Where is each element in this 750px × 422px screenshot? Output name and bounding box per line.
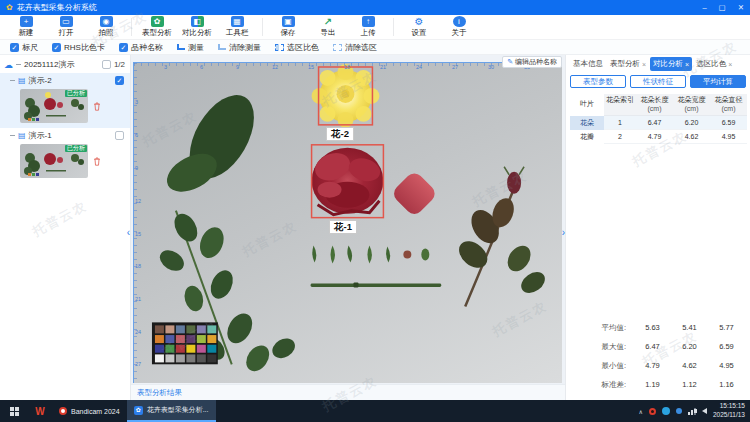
table-cell: 6.20 [673, 116, 710, 130]
stat-value: 1.16 [708, 380, 745, 390]
tab-phenotype-analysis[interactable]: 表型分析 × [607, 57, 649, 71]
maximize-button[interactable]: ▢ [719, 3, 726, 12]
column-header: 花朵索引 [604, 94, 636, 116]
tab-basic-info[interactable]: 基本信息 [570, 57, 606, 71]
average-calc-button[interactable]: 平均计算 [690, 75, 746, 88]
app-logo-icon: ✿ [6, 4, 13, 12]
stat-value: 6.47 [634, 342, 671, 352]
ruler-tick-label: 27 [135, 361, 141, 367]
collapse-toggle-icon[interactable] [16, 64, 21, 65]
trait-features-button[interactable]: 性状特征 [630, 75, 686, 88]
document-icon: ▤ [18, 76, 26, 85]
task-label: Bandicam 2024 [71, 408, 120, 415]
capture-button[interactable]: ◉ 拍照 [86, 16, 126, 38]
list-item[interactable]: ▤ 演示-2 ✓ 已分析 [0, 73, 130, 128]
trash-icon[interactable] [93, 157, 101, 166]
panel-actions: 表型参数 性状特征 平均计算 [566, 72, 750, 90]
list-item[interactable]: ▤ 演示-1 已分析 [0, 128, 130, 183]
window-title: 花卉表型采集分析系统 [17, 2, 97, 13]
region-color-label: 选区比色 [287, 42, 319, 53]
close-button[interactable]: ✕ [738, 3, 744, 12]
tab-close-icon[interactable]: × [642, 61, 646, 68]
folder-checkbox[interactable] [102, 60, 111, 69]
minimize-button[interactable]: – [702, 3, 706, 12]
image-thumbnail[interactable]: 已分析 [20, 144, 88, 178]
taskbar-app-bandicam[interactable]: Bandicam 2024 [52, 400, 127, 422]
tab-close-icon[interactable]: × [728, 61, 732, 68]
trash-icon[interactable] [93, 102, 101, 111]
stat-label: 平均值: [570, 323, 634, 333]
compare-analysis-button[interactable]: ◧ 对比分析 [177, 16, 217, 38]
specimen-photo[interactable]: 3 6 9 12 15 18 21 24 27 30 33 3 6 9 12 1… [133, 62, 562, 383]
item-checkbox-unchecked[interactable] [115, 131, 124, 140]
bluetooth-tray-icon[interactable] [676, 408, 682, 414]
measure-button[interactable]: 测量 [177, 42, 204, 53]
tab-close-icon[interactable]: × [685, 61, 689, 68]
stat-label: 最大值: [570, 342, 634, 352]
phenotype-params-button[interactable]: 表型参数 [570, 75, 626, 88]
clear-region-button[interactable]: 清除选区 [333, 42, 377, 53]
tab-compare-analysis[interactable]: 对比分析 × [650, 57, 692, 71]
folder-name: 20251112演示 [24, 59, 74, 70]
upload-icon: ↑ [362, 16, 375, 27]
folder-row[interactable]: ☁ 20251112演示 1/2 [0, 55, 130, 73]
vertical-ruler: 3 6 9 12 15 18 21 24 27 [134, 63, 141, 383]
open-button[interactable]: ▭ 打开 [46, 16, 86, 38]
new-button[interactable]: + 新建 [6, 16, 46, 38]
toolbox-button[interactable]: ▦ 工具栏 [217, 16, 257, 38]
sidebar-collapse-chevron-icon[interactable]: ‹ [127, 227, 130, 238]
edit-variety-name-button[interactable]: ✎ 编辑品种名称 [502, 56, 562, 68]
analyzed-badge: 已分析 [65, 90, 87, 97]
ruler-tick-label: 21 [380, 64, 386, 70]
collapse-toggle-icon[interactable] [10, 135, 15, 136]
tab-region-color[interactable]: 选区比色 × [693, 57, 735, 71]
table-cell: 6.59 [710, 116, 747, 130]
about-label: 关于 [452, 28, 467, 38]
ruler-tick-label: 21 [135, 296, 141, 302]
document-icon: ▤ [18, 131, 26, 140]
collapse-toggle-icon[interactable] [10, 80, 15, 81]
about-button[interactable]: i 关于 [439, 16, 479, 38]
folder-count: 1/2 [114, 60, 125, 69]
upload-button[interactable]: ↑ 上传 [348, 16, 388, 38]
taskbar-app-flower-system[interactable]: ✿ 花卉表型采集分析... [127, 400, 216, 422]
new-label: 新建 [19, 28, 34, 38]
item-checkbox-checked[interactable]: ✓ [115, 76, 124, 85]
phenotype-analysis-button[interactable]: ✿ 表型分析 [137, 16, 177, 38]
recording-tray-icon[interactable] [649, 408, 656, 415]
settings-button[interactable]: ⚙ 设置 [399, 16, 439, 38]
ruler-tick-label: 6 [200, 64, 203, 70]
wps-taskbar-icon[interactable]: W [28, 406, 52, 417]
ruler-tick-label: 30 [488, 64, 494, 70]
region-color-button[interactable]: 选区比色 [275, 42, 319, 53]
tray-expand-chevron-icon[interactable]: ∧ [639, 408, 643, 415]
volume-icon[interactable] [702, 408, 707, 414]
ruler-tick-label: 3 [135, 99, 138, 105]
compare-label: 对比分析 [182, 28, 212, 38]
save-button[interactable]: ▣ 保存 [268, 16, 308, 38]
taskbar-clock[interactable]: 15:15:15 2025/11/13 [713, 402, 745, 420]
export-button[interactable]: ↗ 导出 [308, 16, 348, 38]
table-cell: 6.47 [636, 116, 673, 130]
side-row-flower[interactable]: 花朵 [570, 116, 604, 130]
stat-label: 标准差: [570, 380, 634, 390]
variety-name-checkbox[interactable]: ✓ 品种名称 [119, 42, 163, 53]
ruler-checkbox[interactable]: ✓ 标尺 [10, 42, 38, 53]
rhs-colorcard-checkbox[interactable]: ✓ RHS比色卡 [52, 42, 105, 53]
clear-measure-button[interactable]: 清除测量 [218, 42, 261, 53]
table-cell: 4.62 [673, 130, 710, 144]
statistics-block: 平均值: 5.63 5.41 5.77 最大值: 6.47 6.20 6.59 … [570, 323, 746, 390]
region-select-icon [275, 44, 284, 51]
phenotype-icon: ✿ [151, 16, 164, 27]
table-cell: 1 [604, 116, 636, 130]
side-row-petal[interactable]: 花瓣 [570, 130, 604, 144]
messenger-tray-icon[interactable] [662, 407, 670, 415]
result-tab-strip[interactable]: 表型分析结果 [131, 384, 565, 400]
system-tray: ∧ 15:15:15 2025/11/13 [639, 402, 750, 420]
image-thumbnail[interactable]: 已分析 [20, 89, 88, 123]
new-file-icon: + [20, 16, 33, 27]
detection-label: 花-2 [326, 127, 354, 141]
taskbar: W Bandicam 2024 ✿ 花卉表型采集分析... ∧ 15:15:15… [0, 400, 750, 422]
stat-value: 5.77 [708, 323, 745, 333]
start-button[interactable] [0, 400, 28, 422]
